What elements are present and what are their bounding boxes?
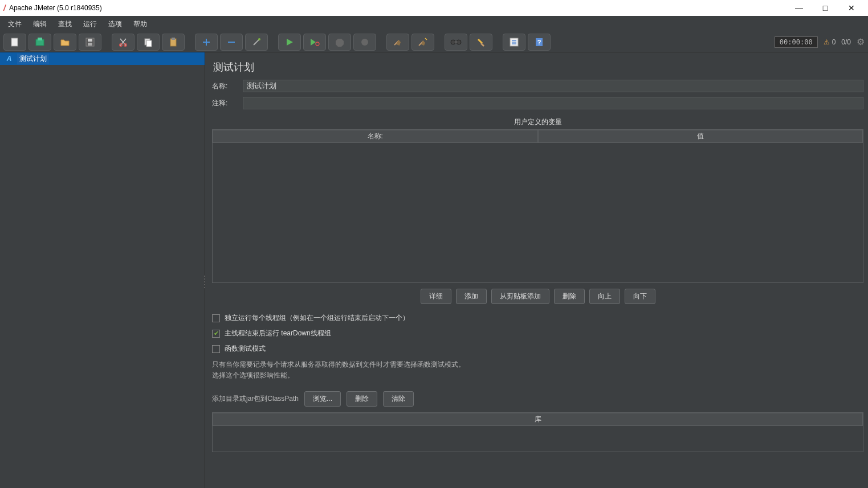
- from-clipboard-button[interactable]: 从剪贴板添加: [491, 289, 549, 304]
- open-button[interactable]: [54, 34, 76, 51]
- menu-help[interactable]: 帮助: [128, 17, 153, 31]
- serial-label: 独立运行每个线程组（例如在一个组运行结束后启动下一个）: [225, 313, 409, 323]
- tree-panel[interactable]: A 测试计划: [0, 52, 205, 488]
- toggle-button[interactable]: [245, 34, 268, 51]
- sweep-icon: [476, 37, 486, 47]
- vars-col-name[interactable]: 名称:: [213, 130, 538, 143]
- svg-rect-0: [11, 38, 18, 46]
- add-button[interactable]: 添加: [456, 289, 487, 304]
- svg-rect-11: [172, 38, 175, 40]
- broom-all-icon: [418, 37, 428, 47]
- new-button[interactable]: [3, 34, 26, 51]
- window-title: Apache JMeter (5.0 r1840935): [9, 4, 786, 12]
- binoculars-icon: [450, 38, 462, 46]
- name-label: 名称:: [212, 81, 237, 91]
- window-minimize-button[interactable]: ―: [786, 0, 812, 16]
- split-handle[interactable]: [202, 270, 205, 293]
- up-button[interactable]: 向上: [589, 289, 620, 304]
- cut-button[interactable]: [112, 34, 135, 51]
- reset-search-button[interactable]: [470, 34, 492, 51]
- elapsed-timer: 00:00:00: [775, 36, 818, 48]
- classpath-delete-button[interactable]: 删除: [347, 391, 377, 407]
- window-close-button[interactable]: ✕: [838, 0, 865, 16]
- detail-button[interactable]: 详细: [421, 289, 451, 304]
- function-helper-button[interactable]: [503, 34, 525, 51]
- clear-all-button[interactable]: [411, 34, 434, 51]
- stop-button[interactable]: [328, 34, 351, 51]
- menu-file[interactable]: 文件: [2, 17, 27, 31]
- svg-point-14: [361, 39, 368, 46]
- vars-col-value[interactable]: 值: [538, 130, 863, 143]
- comment-input[interactable]: [243, 97, 863, 109]
- broom-icon: [393, 37, 403, 47]
- shutdown-icon: [360, 38, 369, 47]
- help-icon: ?: [534, 37, 544, 47]
- minus-icon: [226, 37, 237, 47]
- clear-button[interactable]: [386, 34, 409, 51]
- svg-rect-4: [88, 39, 92, 42]
- settings-gear-icon[interactable]: ⚙: [857, 36, 865, 47]
- warning-icon: ⚠: [824, 38, 830, 46]
- functional-label: 函数测试模式: [225, 344, 266, 354]
- toolbar: ? 00:00:00 ⚠ 0 0/0 ⚙: [0, 32, 868, 52]
- expand-button[interactable]: [195, 34, 218, 51]
- functional-hint: 只有当你需要记录每个请求从服务器取得的数据到文件时才需要选择函数测试模式。 选择…: [212, 359, 863, 381]
- svg-rect-2: [38, 38, 42, 40]
- shutdown-button[interactable]: [353, 34, 376, 51]
- plus-icon: [201, 37, 211, 47]
- teardown-label: 主线程结束后运行 tearDown线程组: [225, 329, 331, 338]
- classpath-clear-button[interactable]: 清除: [383, 391, 414, 407]
- vars-section-title: 用户定义的变量: [212, 114, 863, 129]
- classpath-label: 添加目录或jar包到ClassPath: [212, 394, 299, 404]
- svg-text:?: ?: [537, 39, 541, 46]
- start-no-pause-button[interactable]: [303, 34, 326, 51]
- classpath-browse-button[interactable]: 浏览...: [304, 391, 341, 407]
- warning-counter[interactable]: ⚠ 0: [824, 38, 836, 46]
- templates-button[interactable]: [28, 34, 51, 51]
- app-logo-icon: /: [3, 3, 6, 13]
- scissors-icon: [118, 37, 128, 47]
- thread-counter: 0/0: [841, 38, 851, 46]
- main-panel: 测试计划 名称: 注释: 用户定义的变量 名称: 值 详细 添加 从剪贴板添加 …: [205, 52, 868, 488]
- library-table[interactable]: 库: [212, 412, 863, 452]
- serial-checkbox[interactable]: [212, 314, 220, 322]
- down-button[interactable]: 向下: [625, 289, 655, 304]
- play-icon: [285, 38, 294, 47]
- window-titlebar: / Apache JMeter (5.0 r1840935) ― □ ✕: [0, 0, 868, 16]
- save-icon: [85, 37, 95, 47]
- collapse-button[interactable]: [220, 34, 243, 51]
- tree-root-node[interactable]: A 测试计划: [0, 52, 205, 65]
- save-button[interactable]: [79, 34, 101, 51]
- menu-options[interactable]: 选项: [103, 17, 128, 31]
- copy-button[interactable]: [137, 34, 160, 51]
- template-icon: [35, 37, 45, 47]
- search-tree-button[interactable]: [445, 34, 467, 51]
- svg-point-12: [258, 38, 260, 40]
- functional-checkbox[interactable]: [212, 345, 220, 353]
- svg-rect-17: [455, 41, 457, 43]
- delete-button[interactable]: 删除: [554, 289, 585, 304]
- start-button[interactable]: [278, 34, 301, 51]
- menu-run[interactable]: 运行: [78, 17, 103, 31]
- panel-title: 测试计划: [212, 57, 863, 80]
- lib-body[interactable]: [213, 426, 863, 452]
- copy-icon: [143, 37, 153, 47]
- lib-col-header[interactable]: 库: [213, 413, 863, 426]
- menubar: 文件 编辑 查找 运行 选项 帮助: [0, 16, 868, 32]
- variables-table[interactable]: 名称: 值: [212, 129, 863, 283]
- wand-icon: [251, 37, 262, 47]
- stop-icon: [335, 38, 344, 47]
- play-timer-icon: [309, 38, 320, 47]
- svg-point-16: [457, 40, 461, 44]
- menu-edit[interactable]: 编辑: [27, 17, 52, 31]
- paste-button[interactable]: [162, 34, 185, 51]
- menu-search[interactable]: 查找: [52, 17, 78, 31]
- clipboard-icon: [168, 37, 178, 47]
- help-button[interactable]: ?: [528, 34, 551, 51]
- warning-count: 0: [832, 38, 836, 46]
- window-maximize-button[interactable]: □: [812, 0, 838, 16]
- svg-rect-5: [88, 43, 92, 46]
- name-input[interactable]: [243, 80, 863, 92]
- vars-body[interactable]: [213, 143, 863, 282]
- teardown-checkbox[interactable]: [212, 330, 220, 338]
